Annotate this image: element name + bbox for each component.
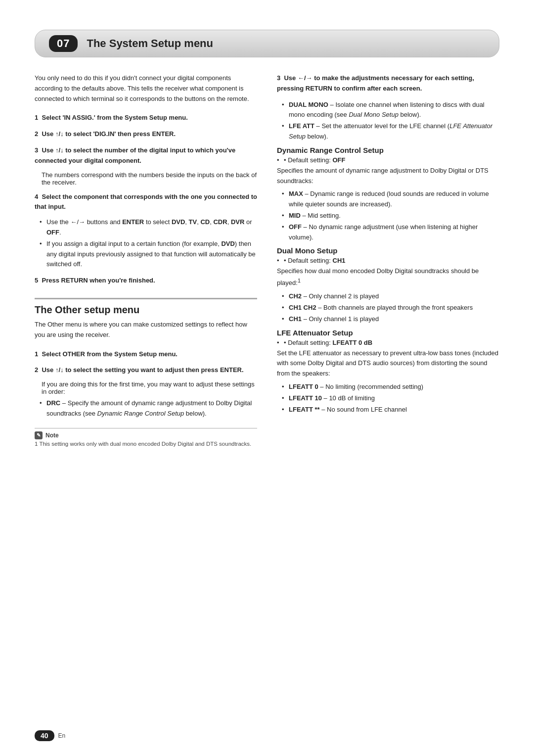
list-item: MAX – Dynamic range is reduced (loud sou… — [282, 189, 499, 210]
dual-mono-section: Dual Mono Setup • Default setting: CH1 S… — [277, 246, 499, 324]
dual-mono-heading: Dual Mono Setup — [277, 246, 499, 255]
page-number: 40 — [35, 730, 54, 741]
note-footnote: 1 This setting works only with dual mono… — [35, 441, 257, 447]
chapter-number: 07 — [49, 35, 78, 52]
step-1-text: 1 Select 'IN ASSIG.' from the System Set… — [35, 113, 257, 123]
header-banner: 07 The System Setup menu — [35, 30, 499, 57]
dual-mono-para: Specifies how dual mono encoded Dolby Di… — [277, 266, 499, 288]
lfe-para: Set the LFE attenuator as necessary to p… — [277, 348, 499, 379]
list-item: MID – Mid setting. — [282, 211, 499, 221]
step-3-sub: The numbers correspond with the numbers … — [42, 171, 257, 186]
other-step-2: 2 Use ↑/↓ to select the setting you want… — [35, 365, 257, 419]
page-title: The System Setup menu — [87, 37, 213, 50]
lfe-default: • Default setting: LFEATT 0 dB — [277, 339, 499, 346]
note-icon: ✎ — [35, 431, 43, 439]
step-5-text: 5 Press RETURN when you're finished. — [35, 276, 257, 286]
step-4-bullets: Use the ←/→ buttons and ENTER to select … — [40, 217, 257, 270]
other-setup-intro: The Other menu is where you can make cus… — [35, 320, 257, 340]
other-step-2-bullets: DRC – Specify the amount of dynamic rang… — [40, 398, 257, 419]
other-step-1: 1 Select OTHER from the System Setup men… — [35, 349, 257, 360]
intro-paragraph: You only need to do this if you didn't c… — [35, 73, 257, 104]
page: 07 The System Setup menu You only need t… — [0, 0, 534, 756]
list-item: CH1 – Only channel 1 is played — [282, 314, 499, 325]
page-lang: En — [58, 732, 66, 739]
list-item: LFEATT ** – No sound from LFE channel — [282, 405, 499, 415]
dual-mono-default: • Default setting: CH1 — [277, 257, 499, 264]
step-2-text: 2 Use ↑/↓ to select 'DIG.IN' then press … — [35, 129, 257, 140]
list-item: LFEATT 10 – 10 dB of limiting — [282, 393, 499, 404]
list-item: LFE ATT – Set the attenuator level for t… — [282, 121, 499, 142]
other-step-2-text: 2 Use ↑/↓ to select the setting you want… — [35, 365, 257, 376]
left-column: You only need to do this if you didn't c… — [35, 73, 257, 447]
list-item: OFF – No dynamic range adjustment (use w… — [282, 222, 499, 243]
drc-section: Dynamic Range Control Setup • Default se… — [277, 146, 499, 243]
right-column: 3 Use ←/→ to make the adjustments necess… — [277, 73, 499, 447]
drc-default: • Default setting: OFF — [277, 156, 499, 164]
note-section: ✎ Note 1 This setting works only with du… — [35, 428, 257, 447]
step-3-text: 3 Use ↑/↓ to select the number of the di… — [35, 145, 257, 166]
step-4-text: 4 Select the component that corresponds … — [35, 192, 257, 213]
page-number-bar: 40 En — [35, 730, 65, 741]
main-content: You only need to do this if you didn't c… — [35, 73, 499, 447]
lfe-bullets: LFEATT 0 – No limiting (recommended sett… — [282, 382, 499, 415]
list-item: LFEATT 0 – No limiting (recommended sett… — [282, 382, 499, 392]
note-label: ✎ Note — [35, 431, 257, 439]
drc-para: Specifies the amount of dynamic range ad… — [277, 166, 499, 187]
list-item: CH2 – Only channel 2 is played — [282, 291, 499, 302]
step-5: 5 Press RETURN when you're finished. — [35, 276, 257, 286]
other-step-2-sub: If you are doing this for the first time… — [42, 380, 257, 395]
drc-bullets: MAX – Dynamic range is reduced (loud sou… — [282, 189, 499, 242]
drc-heading: Dynamic Range Control Setup — [277, 146, 499, 154]
step-3: 3 Use ↑/↓ to select the number of the di… — [35, 145, 257, 186]
dual-mono-bullets: CH2 – Only channel 2 is played CH1 CH2 –… — [282, 291, 499, 324]
right-step-3-text: 3 Use ←/→ to make the adjustments necess… — [277, 73, 499, 94]
list-item: DRC – Specify the amount of dynamic rang… — [40, 398, 257, 419]
other-setup-section: The Other setup menu The Other menu is w… — [35, 298, 257, 419]
right-step-3: 3 Use ←/→ to make the adjustments necess… — [277, 73, 499, 94]
right-top-bullets: DUAL MONO – Isolate one channel when lis… — [282, 100, 499, 142]
list-item: DUAL MONO – Isolate one channel when lis… — [282, 100, 499, 121]
other-setup-title: The Other setup menu — [35, 304, 257, 316]
step-2: 2 Use ↑/↓ to select 'DIG.IN' then press … — [35, 129, 257, 140]
list-item: CH1 CH2 – Both channels are played throu… — [282, 303, 499, 313]
lfe-heading: LFE Attenuator Setup — [277, 329, 499, 337]
other-step-1-text: 1 Select OTHER from the System Setup men… — [35, 349, 257, 360]
list-item: If you assign a digital input to a certa… — [40, 239, 257, 270]
step-1: 1 Select 'IN ASSIG.' from the System Set… — [35, 113, 257, 123]
lfe-section: LFE Attenuator Setup • Default setting: … — [277, 329, 499, 415]
list-item: Use the ←/→ buttons and ENTER to select … — [40, 217, 257, 238]
step-4: 4 Select the component that corresponds … — [35, 192, 257, 270]
